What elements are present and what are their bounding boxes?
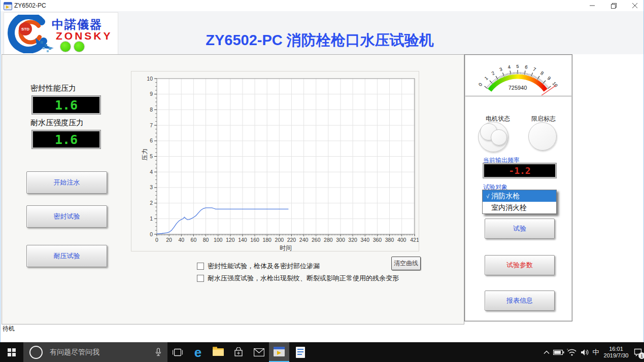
close-icon [632, 3, 637, 8]
pressure-gauge: 012345678910725940 [465, 55, 571, 96]
minimize-icon [590, 3, 595, 8]
application-window: ZY6502-PC STD [0, 0, 644, 362]
labview-icon [274, 347, 285, 356]
tray-expand-button[interactable] [541, 342, 552, 362]
svg-text:9: 9 [150, 91, 153, 97]
window-border [0, 0, 1, 342]
svg-text:6: 6 [524, 64, 528, 70]
seal-pressure-label: 密封性能压力 [30, 84, 76, 93]
tray-ime-indicator[interactable]: 中 [591, 342, 601, 362]
svg-text:6: 6 [150, 137, 153, 143]
svg-text:220: 220 [287, 237, 296, 243]
search-placeholder: 有问题尽管问我 [50, 348, 155, 357]
strength-pressure-display: 1.6 [31, 130, 101, 149]
clear-curve-button[interactable]: 清空曲线 [391, 257, 421, 270]
test-parameters-button[interactable]: 试验参数 [485, 255, 555, 275]
seal-result-checkbox-row: 密封性能试验，枪体及各密封部位渗漏 [197, 262, 320, 271]
microphone-icon[interactable] [155, 348, 161, 357]
svg-text:340: 340 [360, 237, 369, 243]
limit-flag-indicator [528, 122, 557, 151]
svg-text:10: 10 [551, 81, 559, 88]
start-fill-water-button[interactable]: 开始注水 [26, 171, 107, 194]
file-explorer-button[interactable] [208, 342, 228, 362]
task-view-button[interactable] [167, 342, 188, 362]
svg-text:140: 140 [238, 237, 247, 243]
chart-y-axis-label: 压力 [141, 144, 149, 165]
pressure-test-button[interactable]: 耐压试验 [26, 245, 107, 267]
edge-icon: e [194, 346, 201, 359]
strength-result-checkbox[interactable] [197, 275, 204, 282]
svg-text:5: 5 [516, 63, 519, 69]
check-icon: √ [484, 193, 491, 199]
restore-button[interactable] [605, 0, 622, 11]
edge-browser-button[interactable]: e [188, 342, 208, 362]
battery-icon [553, 349, 564, 355]
mail-button[interactable] [249, 342, 269, 362]
logo-english-name: ZONSKY [56, 30, 113, 42]
wps-writer-button[interactable] [290, 342, 311, 362]
status-text: 待机 [3, 324, 15, 333]
svg-text:725940: 725940 [509, 85, 527, 91]
dropdown-option-label: 消防水枪 [491, 192, 520, 201]
close-button[interactable] [626, 0, 643, 11]
minimize-button[interactable] [584, 0, 601, 11]
seal-result-checkbox[interactable] [197, 263, 204, 270]
svg-text:8: 8 [150, 106, 153, 113]
svg-text:0: 0 [477, 82, 483, 87]
dropdown-option-label: 室内消火栓 [491, 203, 527, 212]
gauge-dial: 012345678910725940 [465, 55, 570, 95]
svg-text:STD: STD [21, 27, 29, 31]
task-view-icon [173, 348, 183, 356]
tray-battery[interactable] [552, 342, 565, 362]
pressure-time-chart: 0123456789100204060801001201401601802002… [131, 71, 419, 251]
tray-volume[interactable] [579, 342, 591, 362]
svg-text:160: 160 [250, 237, 259, 243]
strength-result-label: 耐水压强度试验，水枪出现裂纹、断裂或影响正常使用的残余变形 [208, 274, 399, 283]
action-center-button[interactable]: 1 [631, 342, 644, 362]
svg-text:260: 260 [312, 237, 321, 243]
strength-pressure-value: 1.6 [55, 132, 78, 147]
wifi-icon: * [567, 348, 577, 356]
svg-text:120: 120 [226, 237, 235, 243]
test-button[interactable]: 试验 [485, 219, 555, 239]
logo-green-dot [74, 41, 85, 52]
app-icon [4, 2, 12, 10]
svg-text:421: 421 [410, 237, 419, 243]
seal-pressure-value: 1.6 [55, 98, 78, 113]
svg-text:4: 4 [150, 169, 153, 175]
svg-text:1: 1 [483, 75, 489, 81]
store-button[interactable] [228, 342, 249, 362]
header: STD 中諾儀器 ZONSKY ZY6502-PC 消防栓枪口水压试验机 [0, 11, 644, 54]
labview-app-button-active[interactable] [269, 342, 289, 362]
svg-text:200: 200 [275, 237, 284, 243]
title-bar: ZY6502-PC [0, 0, 644, 12]
svg-text:时间: 时间 [280, 244, 292, 251]
speaker-icon [581, 349, 589, 356]
svg-text:300: 300 [336, 237, 345, 243]
svg-text:9: 9 [546, 75, 552, 81]
svg-text:20: 20 [166, 237, 172, 243]
svg-text:10: 10 [147, 76, 153, 82]
taskbar-search[interactable]: 有问题尽管问我 [23, 342, 167, 362]
test-object-dropdown: √ 消防水枪 室内消火栓 [482, 190, 557, 214]
svg-text:240: 240 [299, 237, 309, 243]
document-icon [296, 347, 305, 358]
report-info-button[interactable]: 报表信息 [485, 291, 555, 311]
tray-wifi[interactable]: * [565, 342, 579, 362]
folder-icon [213, 348, 224, 356]
svg-text:80: 80 [203, 237, 209, 243]
svg-text:40: 40 [178, 237, 184, 243]
svg-text:400: 400 [397, 237, 406, 243]
tray-clock[interactable]: 16:01 2019/7/30 [602, 342, 630, 362]
start-button[interactable] [0, 342, 23, 362]
output-frequency-display: -1.2 [483, 163, 557, 178]
svg-text:2: 2 [150, 200, 153, 206]
page-title: ZY6502-PC 消防栓枪口水压试验机 [162, 30, 477, 51]
logo-green-dot [60, 41, 71, 52]
company-logo: STD 中諾儀器 ZONSKY [4, 12, 118, 55]
dropdown-option-indoor-hydrant[interactable]: 室内消火栓 [483, 202, 556, 213]
seal-test-button[interactable]: 密封试验 [26, 205, 107, 228]
dropdown-option-fire-water-gun[interactable]: √ 消防水枪 [483, 190, 556, 202]
chart-plot: 0123456789100204060801001201401601802002… [131, 71, 419, 251]
store-bag-icon [233, 347, 244, 357]
